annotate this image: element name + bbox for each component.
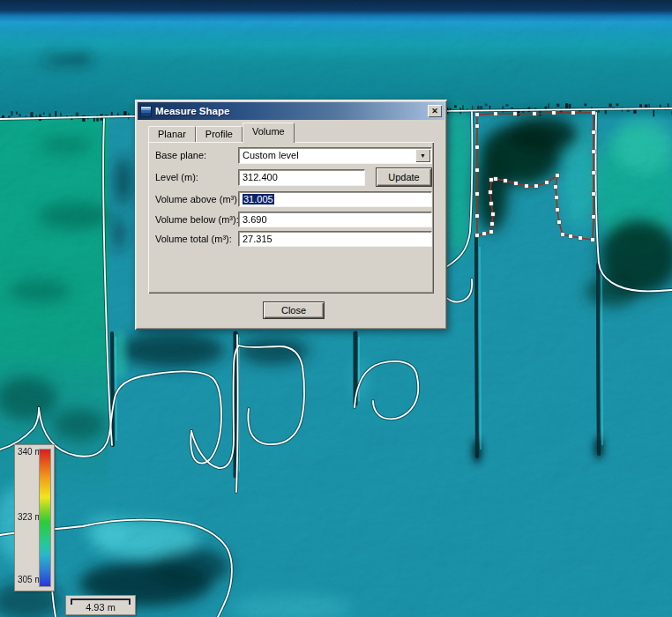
dialog-tabs: Planar Profile Volume [148,125,295,143]
volume-above-input[interactable]: 31.005 [238,191,432,207]
chevron-down-icon[interactable]: ▼ [415,149,430,162]
elevation-color-ramp [39,449,51,587]
measure-shape-window-icon [140,106,152,117]
application-window: 340 m 323 m 305 m 4.93 m Measure Shape ✕… [0,0,672,617]
map-scale-bar: 4.93 m [65,595,136,615]
tab-volume[interactable]: Volume [243,123,295,143]
volume-above-value: 31.005 [243,194,274,204]
volume-total-label: Volume total (m³): [155,234,232,244]
volume-total-input[interactable]: 27.315 [238,231,432,247]
dialog-titlebar[interactable]: Measure Shape ✕ [138,102,444,120]
volume-below-value: 3.690 [243,214,267,225]
level-label: Level (m): [155,172,198,182]
tab-profile[interactable]: Profile [196,126,243,143]
volume-total-value: 27.315 [243,234,273,244]
tab-planar[interactable]: Planar [148,126,196,143]
level-input[interactable]: 312.400 [238,169,365,186]
close-button[interactable]: Close [263,301,325,319]
base-plane-value: Custom level [243,150,299,160]
measure-shape-dialog: Measure Shape ✕ Planar Profile Volume Ba… [135,100,447,330]
elevation-legend: 340 m 323 m 305 m [14,444,55,591]
update-button[interactable]: Update [376,167,432,187]
base-plane-label: Base plane: [155,150,206,160]
volume-above-label: Volume above (m³): [155,194,240,204]
close-icon[interactable]: ✕ [428,105,442,117]
dialog-title: Measure Shape [155,106,229,116]
level-value: 312.400 [243,172,278,182]
scale-label: 4.93 m [66,602,135,613]
volume-below-input[interactable]: 3.690 [238,212,432,227]
volume-below-label: Volume below (m³): [155,214,239,225]
base-plane-dropdown[interactable]: Custom level ▼ [238,147,432,164]
